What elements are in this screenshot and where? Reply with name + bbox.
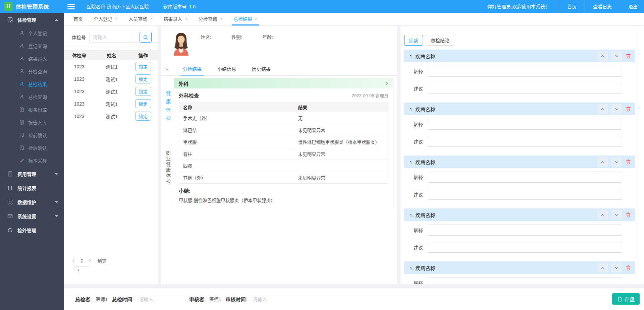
tab-home[interactable]: 首页 [72,13,84,25]
examiner-value[interactable]: 医师1 [96,296,108,302]
close-icon[interactable]: × [115,16,118,21]
sidebar-item-pre-exam-confirm[interactable]: 检前确认 [0,129,64,141]
reviewer-value[interactable]: 医师1 [209,296,221,302]
save-label: 存盘 [625,296,635,303]
delete-button[interactable] [626,159,631,165]
prev-page-icon[interactable] [72,259,75,262]
tab-sub-exam-results[interactable]: 分检结果 [180,65,204,76]
tab-result-entry[interactable]: 结果录入× [162,13,189,25]
close-icon[interactable]: × [220,16,223,21]
menu-toggle-icon[interactable] [67,4,75,9]
table-row: 四肢 [179,160,388,172]
sidebar-group-statistics-report[interactable]: 统计报表 [0,181,64,195]
move-down-button[interactable] [611,104,622,114]
col-exam-number: 体检号 [64,50,95,60]
chevron-down-icon [55,215,58,217]
detail-tabs: 分检结果 小结信息 历史结果 [161,58,397,76]
next-page-icon[interactable] [88,259,92,262]
move-up-button[interactable] [597,210,608,220]
lock-button[interactable]: 锁定 [135,87,151,96]
sidebar-group-system-settings[interactable]: 系统设置 [0,209,64,223]
move-down-button[interactable] [611,51,622,61]
close-icon[interactable]: × [185,16,187,21]
disease-block-header: 1. 疾病名称 [404,103,635,115]
sidebar-group-external-exam[interactable]: 检外管理 [0,223,64,237]
nav-view-logs[interactable]: 查看日志 [585,0,620,13]
nav-logout[interactable]: 退出 [620,0,644,13]
explain-input[interactable] [428,277,622,284]
sidebar-item-specimen-sampling[interactable]: 标本采样 [0,154,64,167]
tab-label: 分检查询 [199,15,217,22]
delete-button[interactable] [626,212,631,218]
explain-input[interactable] [428,172,622,183]
lock-button[interactable]: 锁定 [135,99,151,108]
sidebar-item-final-exam-query[interactable]: 总检查询 [0,90,64,103]
sidebar-group-exam-management[interactable]: 体检管理 [0,13,64,27]
suggest-input[interactable] [428,136,622,147]
sidebar-group-fee-management[interactable]: 费用管理 [0,167,64,181]
person-icon [19,30,24,36]
close-icon[interactable]: × [255,16,258,21]
person-icon [19,94,24,100]
explain-input[interactable] [428,66,622,77]
goto-page-input[interactable] [74,266,89,271]
suggest-label: 建议 [404,191,428,198]
tab-summary-info[interactable]: 小结信息 [215,65,238,76]
move-up-button[interactable] [597,51,608,61]
table-row: 1023测试1锁定 [64,73,158,85]
exam-number-input[interactable] [89,32,138,43]
delete-button[interactable] [626,106,631,112]
delete-button[interactable] [626,265,631,270]
final-conclusion-button[interactable]: 总检结论 [426,35,454,46]
exam-time-input[interactable]: 请输入 [139,296,153,302]
sidebar-item-report-out[interactable]: 报告出库 [0,103,64,116]
collapse-icon[interactable] [164,67,169,75]
book-icon [7,171,13,177]
lock-button[interactable]: 锁定 [135,62,151,71]
tab-history-results[interactable]: 历史结果 [250,65,273,76]
move-up-button[interactable] [597,157,608,167]
tab-person-query[interactable]: 人员查询× [127,13,154,25]
sidebar-item-personal-registration[interactable]: 个人登记 [0,27,64,40]
explain-input[interactable] [428,119,622,130]
suggest-input[interactable] [428,83,622,94]
sidebar-item-post-exam-confirm[interactable]: 检后确认 [0,141,64,154]
sidebar-item-result-entry[interactable]: 结果录入 [0,52,64,65]
exam-number-label: 体检号 [72,34,86,41]
welcome-text: 你好管理员,欢迎使用本系统！ [487,3,550,10]
sidebar-group-data-maintenance[interactable]: 数据维护 [0,195,64,209]
move-up-button[interactable] [597,104,608,114]
section-banner[interactable]: 外科 [174,78,393,88]
suggest-input[interactable] [428,189,622,200]
vertical-tab-occupational-exam[interactable]: 职业健康体检 [165,150,171,185]
patient-list-panel: 体检号 体检号 姓名 操作 1023测试1锁定 1023测试1锁定 1023测试… [64,26,158,284]
lock-button[interactable]: 锁定 [135,74,151,83]
suggest-input[interactable] [428,242,622,253]
tab-final-exam-result[interactable]: 总检结果× [232,13,259,25]
delete-button[interactable] [626,53,631,59]
review-time-input[interactable]: 请输入 [253,296,267,302]
sidebar-item-report-in[interactable]: 报告入库 [0,116,64,129]
move-down-button[interactable] [611,210,622,220]
sidebar-item-sub-exam-query[interactable]: 分检查询 [0,65,64,78]
lock-button[interactable]: 锁定 [135,112,151,121]
search-button[interactable] [140,32,152,43]
document-check-icon [19,145,24,150]
save-button[interactable]: 存盘 [612,293,640,305]
move-down-button[interactable] [611,263,622,272]
close-icon[interactable]: × [150,16,153,21]
sidebar-item-registration-query[interactable]: 登记查询 [0,40,64,52]
gender-label: 性别: [231,34,262,56]
tab-sub-exam-query[interactable]: 分检查询× [197,13,224,25]
disease-button[interactable]: 疾病 [404,35,423,46]
explain-label: 解释 [404,68,428,75]
move-down-button[interactable] [611,157,622,167]
move-up-button[interactable] [597,263,608,272]
explain-input[interactable] [428,225,622,236]
tab-label: 个人登记 [94,15,112,22]
current-page[interactable]: 1 [80,258,83,263]
vertical-tab-health-exam[interactable]: 健康体检 [165,91,171,124]
nav-home[interactable]: 首页 [559,0,585,13]
sidebar-item-final-exam-result[interactable]: 总检结果 [0,78,64,90]
tab-personal-registration[interactable]: 个人登记× [92,13,119,25]
